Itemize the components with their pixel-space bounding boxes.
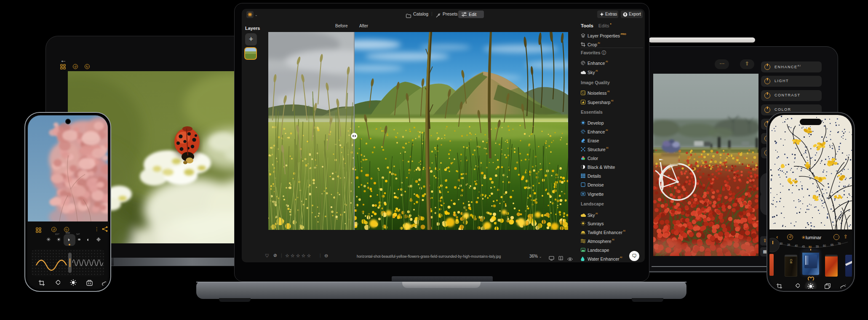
svg-text:35: 35 [787,243,791,246]
svg-text:45: 45 [802,245,805,248]
svg-text:40: 40 [795,244,798,247]
svg-text:65: 65 [831,243,834,246]
svg-text:70: 70 [838,242,841,245]
svg-text:30: 30 [780,242,783,245]
svg-text:60: 60 [823,244,826,247]
svg-text:55: 55 [816,245,819,248]
svg-text:50: 50 [809,245,812,248]
